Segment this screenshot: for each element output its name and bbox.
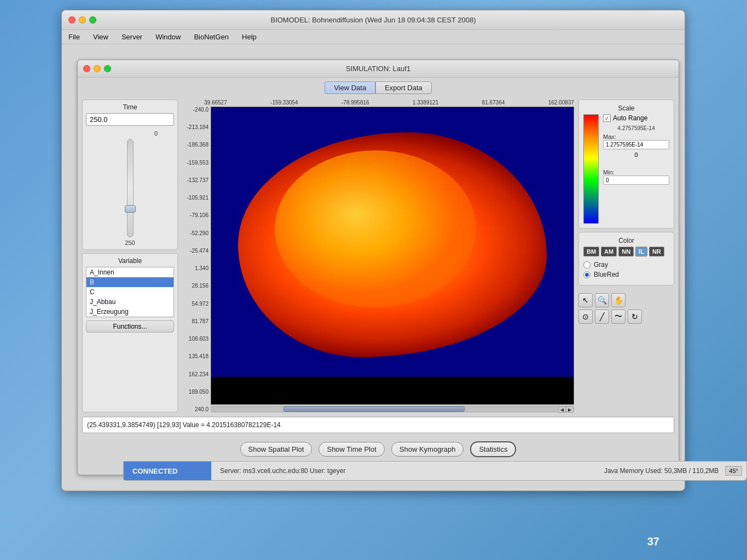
color-buttons: BM AM NN IL NR <box>583 247 669 256</box>
time-section: Time 0 250 <box>82 100 178 250</box>
left-panel: Time 0 250 Variable A_Innen B <box>82 100 178 412</box>
y-label-1: -213.184 <box>182 124 209 130</box>
variable-list: A_Innen B C J_Abbau J_Erzeugung <box>86 267 174 317</box>
var-a-innen[interactable]: A_Innen <box>86 267 173 277</box>
tool-row-1: ↖ 🔍 ✋ <box>578 293 674 307</box>
color-btn-nr[interactable]: NR <box>649 247 664 256</box>
plot-canvas[interactable] <box>211 107 574 405</box>
var-j-abbau[interactable]: J_Abbau <box>86 297 173 307</box>
outer-titlebar: BIOMODEL: Bohnendiffusion (Wed Jun 18 09… <box>62 10 685 30</box>
sim-close-icon[interactable] <box>83 65 90 72</box>
var-c[interactable]: C <box>86 287 173 297</box>
show-kymograph-button[interactable]: Show Kymograph <box>391 442 464 457</box>
y-label-8: -25.474 <box>182 248 209 254</box>
sim-window-title: SIMULATION: Lauf1 <box>346 65 410 73</box>
menu-server[interactable]: Server <box>119 32 144 42</box>
menu-window[interactable]: Window <box>153 32 183 42</box>
blob-highlight <box>275 150 476 307</box>
plot-area: 39.66527 -159.33054 -78.995816 1.3389121… <box>182 100 574 412</box>
max-input[interactable] <box>603 140 669 149</box>
show-spatial-plot-button[interactable]: Show Spatial Plot <box>240 442 312 457</box>
functions-button[interactable]: Functions... <box>86 320 174 332</box>
y-label-7: -52.290 <box>182 230 209 236</box>
color-label: Color <box>583 237 669 244</box>
variable-section: Variable A_Innen B C J_Abbau J_Erzeugung… <box>82 253 178 412</box>
color-btn-am[interactable]: AM <box>601 247 617 256</box>
close-icon[interactable] <box>68 16 76 24</box>
menu-view[interactable]: View <box>91 32 111 42</box>
server-info: Server: ms3.vcell.uchc.edu:80 User: tgey… <box>211 467 598 475</box>
axis-top-1: -159.33054 <box>270 100 298 106</box>
auto-range-row: Auto Range <box>603 114 669 122</box>
time-label: Time <box>86 103 174 111</box>
zoom-tool-icon[interactable]: 🔍 <box>595 293 609 307</box>
plot-scrollbar[interactable]: ◀ ▶ <box>211 406 574 412</box>
minimize-icon[interactable] <box>79 16 86 24</box>
scroll-left[interactable]: ◀ <box>558 406 566 413</box>
menu-bionetgen[interactable]: BioNetGen <box>192 32 231 42</box>
scrollbar-thumb[interactable] <box>283 406 465 412</box>
tool-row-2: ⊙ ╱ 〜 ↻ <box>578 310 674 324</box>
color-section: Color BM AM NN IL NR Gray BlueRed <box>578 232 674 285</box>
curve-tool-icon[interactable]: 〜 <box>611 310 626 324</box>
concentration-blob <box>238 132 547 357</box>
bluered-radio[interactable] <box>583 271 590 278</box>
var-j-erzeugung[interactable]: J_Erzeugung <box>86 307 173 317</box>
pan-tool-icon[interactable]: ✋ <box>611 293 626 307</box>
bluered-label: BlueRed <box>594 271 619 278</box>
color-btn-il[interactable]: IL <box>635 247 647 256</box>
axis-top-3: 1.3389121 <box>413 100 438 106</box>
statistics-button[interactable]: Statistics <box>470 441 516 457</box>
right-panel: Scale Auto Range 4.2757595E-14 Max: 0 Mi… <box>578 100 674 412</box>
y-label-12: 81.787 <box>182 318 209 324</box>
min-input[interactable] <box>603 176 669 185</box>
scroll-arrows: ◀ ▶ <box>558 406 574 413</box>
tab-export-data[interactable]: Export Data <box>375 81 432 94</box>
y-label-2: -186.368 <box>182 142 209 148</box>
variable-label: Variable <box>86 257 174 265</box>
point-tool-icon[interactable]: ⊙ <box>578 310 593 324</box>
select-tool-icon[interactable]: ↖ <box>578 293 593 307</box>
show-time-plot-button[interactable]: Show Time Plot <box>319 442 384 457</box>
y-label-16: 189.050 <box>182 389 209 395</box>
tab-view-data[interactable]: View Data <box>325 81 375 94</box>
sim-minimize-icon[interactable] <box>94 65 101 72</box>
y-label-0: -240.0 <box>182 107 209 113</box>
y-label-10: 28.156 <box>182 283 209 289</box>
menu-file[interactable]: File <box>66 32 82 42</box>
line-tool-icon[interactable]: ╱ <box>595 310 609 324</box>
y-label-4: -132.737 <box>182 177 209 183</box>
slider-max-label: 250 <box>125 240 135 246</box>
rotate-tool-icon[interactable]: ↻ <box>628 310 642 324</box>
gray-radio[interactable] <box>583 261 590 269</box>
axis-top-2: -78.995816 <box>341 100 369 106</box>
max-label: Max: <box>603 133 669 140</box>
menubar: File View Server Window BioNetGen Help <box>62 30 685 44</box>
color-btn-nn[interactable]: NN <box>618 247 634 256</box>
time-slider-thumb[interactable] <box>125 205 136 213</box>
y-axis-labels: -240.0 -213.184 -186.368 -159.553 -132.7… <box>182 107 211 412</box>
color-btn-bm[interactable]: BM <box>583 247 599 256</box>
auto-range-checkbox[interactable] <box>603 114 611 122</box>
time-input[interactable] <box>86 113 174 126</box>
plot-with-yaxis: -240.0 -213.184 -186.368 -159.553 -132.7… <box>182 107 574 412</box>
y-label-11: 54.972 <box>182 301 209 307</box>
main-content: Time 0 250 Variable A_Innen B <box>78 97 679 415</box>
var-b[interactable]: B <box>86 277 173 287</box>
connected-badge: CONNECTED <box>124 462 211 480</box>
sim-maximize-icon[interactable] <box>104 65 111 72</box>
sim-titlebar: SIMULATION: Lauf1 <box>78 60 679 78</box>
bottom-buttons: Show Spatial Plot Show Time Plot Show Ky… <box>78 435 679 463</box>
time-slider-container: 0 250 <box>86 130 174 246</box>
y-label-5: -105.921 <box>182 195 209 201</box>
coord-bar: (25.439331,9.3854749) [129,93] Value = 4… <box>82 417 674 433</box>
y-label-6: -79.106 <box>182 212 209 218</box>
outer-window: BIOMODEL: Bohnendiffusion (Wed Jun 18 09… <box>61 10 685 491</box>
time-slider-track[interactable] <box>127 139 134 237</box>
outer-window-title: BIOMODEL: Bohnendiffusion (Wed Jun 18 09… <box>270 16 476 24</box>
status-bar: CONNECTED Server: ms3.vcell.uchc.edu:80 … <box>123 461 747 481</box>
maximize-icon[interactable] <box>89 16 96 24</box>
menu-help[interactable]: Help <box>240 32 259 42</box>
scale-value: 4.2757595E-14 <box>603 125 669 131</box>
scroll-right[interactable]: ▶ <box>566 406 574 413</box>
